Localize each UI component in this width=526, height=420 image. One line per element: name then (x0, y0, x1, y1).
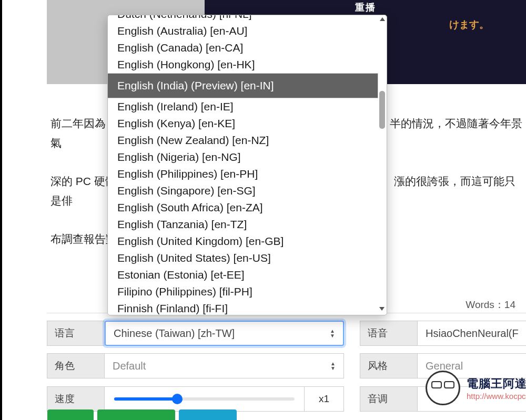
language-label: 语言 (47, 321, 105, 346)
blue-button[interactable] (179, 409, 237, 420)
pitch-label: 音调 (360, 386, 418, 412)
speed-row: 速度 x1 (47, 386, 344, 412)
pitch-row: 音调 (360, 386, 526, 412)
scroll-down-icon[interactable] (379, 307, 385, 311)
voice-select-value: HsiaoChenNeural(F (426, 327, 519, 340)
chevrons-icon: ▲▼ (330, 329, 335, 338)
dropdown-item[interactable]: English (Nigeria) [en-NG] (108, 149, 378, 166)
style-label: 风格 (360, 353, 418, 378)
language-row: 语言 Chinese (Taiwan) [zh-TW] ▲▼ (47, 321, 344, 346)
word-count: Words：14 (466, 298, 515, 312)
dropdown-item[interactable]: English (India) (Preview) [en-IN] (108, 73, 378, 98)
language-select[interactable]: Chinese (Taiwan) [zh-TW] ▲▼ (105, 321, 344, 346)
jp-caption: けます。 (449, 18, 489, 32)
dropdown-scrollbar[interactable] (379, 17, 386, 313)
slider-thumb[interactable] (172, 394, 183, 404)
dropdown-item[interactable]: English (Tanzania) [en-TZ] (108, 216, 378, 233)
role-row: 角色 Default ▲▼ (47, 353, 344, 378)
speed-label: 速度 (47, 386, 105, 412)
style-select-value: General (426, 360, 463, 372)
dropdown-item[interactable]: English (Hongkong) [en-HK] (108, 56, 378, 73)
dropdown-item[interactable]: English (Philippines) [en-PH] (108, 166, 378, 182)
dropdown-item[interactable]: English (United States) [en-US] (108, 250, 378, 267)
role-select[interactable]: Default ▲▼ (105, 353, 344, 378)
voice-row: 语音 HsiaoChenNeural(F (360, 321, 526, 346)
voice-select[interactable]: HsiaoChenNeural(F (418, 321, 526, 346)
dropdown-item[interactable]: Filipino (Philippines) [fil-PH] (108, 283, 378, 300)
voice-label: 语音 (360, 321, 418, 346)
dropdown-item[interactable]: Dutch (Netherlands) [nl-NL] (108, 15, 378, 23)
dropdown-item[interactable]: English (United Kingdom) [en-GB] (108, 233, 378, 250)
article-line1-left: 前二年因為 (50, 117, 106, 129)
scroll-up-icon[interactable] (380, 17, 385, 21)
speed-value: x1 (305, 386, 344, 412)
scrollbar-thumb[interactable] (379, 91, 385, 129)
slider-fill (114, 397, 177, 401)
style-select[interactable]: General (418, 353, 526, 378)
dropdown-item[interactable]: English (Canada) [en-CA] (108, 39, 378, 56)
dropdown-item[interactable]: Finnish (Finland) [fi-FI] (108, 300, 378, 315)
dropdown-item[interactable]: English (Australia) [en-AU] (108, 23, 378, 39)
green-button-2[interactable] (97, 409, 175, 420)
slider-track (114, 397, 295, 401)
pitch-select[interactable] (418, 386, 526, 412)
replay-button[interactable]: 重播 (355, 1, 376, 14)
chevrons-icon: ▲▼ (330, 361, 336, 371)
style-row: 风格 General (360, 353, 526, 378)
dropdown-item[interactable]: English (South Africa) [en-ZA] (108, 199, 378, 216)
role-select-value: Default (113, 360, 146, 372)
article-line2-left: 深的 PC 硬骸 (50, 175, 116, 187)
dropdown-item[interactable]: English (New Zealand) [en-NZ] (108, 132, 378, 149)
dropdown-item[interactable]: English (Singapore) [en-SG] (108, 182, 378, 199)
language-dropdown[interactable]: Dutch (Netherlands) [nl-NL]English (Aust… (107, 15, 387, 315)
page-root: 重播 けます。 前二年因為半的情況，不過隨著今年景氣 深的 PC 硬骸漲的很誇張… (0, 0, 526, 420)
speed-slider[interactable] (105, 386, 305, 412)
green-button-1[interactable] (47, 409, 94, 420)
dropdown-item[interactable]: English (Kenya) [en-KE] (108, 115, 378, 132)
language-select-value: Chinese (Taiwan) [zh-TW] (114, 327, 235, 340)
dropdown-list: Dutch (Netherlands) [nl-NL]English (Aust… (108, 15, 378, 315)
dropdown-item[interactable]: Estonian (Estonia) [et-EE] (108, 267, 378, 283)
role-label: 角色 (47, 353, 105, 378)
dropdown-item[interactable]: English (Ireland) [en-IE] (108, 98, 378, 115)
